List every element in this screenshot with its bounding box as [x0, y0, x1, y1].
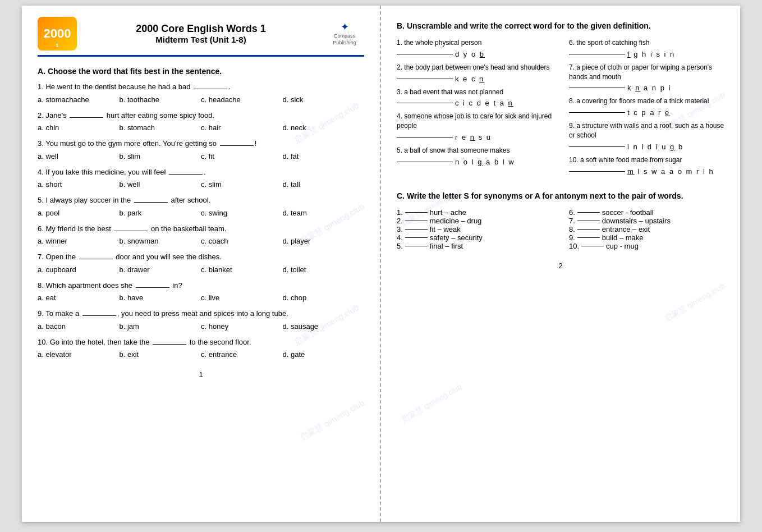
b8-underline — [569, 112, 625, 113]
question-1: 1. He went to the dentist because he had… — [38, 81, 364, 104]
q1-num: 1. He went to the dentist because he had… — [38, 82, 190, 91]
c4-pair: safety – security — [430, 233, 483, 242]
q2-opt-a: a. chin — [38, 123, 120, 132]
q10-blank — [153, 344, 186, 345]
page-num-1: 1 — [38, 370, 364, 379]
b10-underline — [569, 171, 625, 172]
b5-answer: n o l g a b l w — [397, 158, 552, 166]
question-4: 4. If you take this medicine, you will f… — [38, 167, 364, 190]
section-b-title: B. Unscramble and write the correct word… — [397, 21, 724, 30]
b1-underline — [397, 54, 453, 54]
q4-opt-c: c. slim — [201, 180, 283, 189]
b10-scrambled: m l s w a a o m r l h — [627, 167, 714, 176]
q4-options: a. short b. well c. slim d. tall — [38, 180, 364, 189]
unscramble-grid: 1. the whole physical person d y o b 2. … — [397, 38, 724, 180]
question-3: 3. You must go to the gym more often. Yo… — [38, 138, 364, 161]
q5-opt-d: d. team — [283, 208, 365, 218]
b8-scrambled: t c p a r e — [627, 108, 670, 117]
q2-opt-d: d. neck — [283, 123, 365, 132]
c2-num: 2. — [397, 217, 403, 225]
c-item-10: 10. cup - mug — [569, 242, 724, 250]
q6-opt-b: b. snowman — [120, 236, 201, 246]
q9-opt-d: d. sausage — [283, 322, 365, 331]
q5-opt-b: b. park — [120, 208, 201, 218]
q1-blank — [194, 89, 227, 89]
c9-underline — [577, 237, 600, 238]
question-9: 9. To make a , you need to press meat an… — [38, 308, 364, 331]
q9-opt-a: a. bacon — [38, 322, 120, 331]
wm-r3: 启蒙慧 qimeng.club — [663, 281, 727, 324]
compass-text: Compass Publishing — [325, 33, 364, 46]
b4-scrambled: r e n s u — [455, 133, 492, 141]
q5-options: a. pool b. park c. swing d. team — [38, 208, 364, 218]
q8-opt-a: a. eat — [38, 293, 120, 302]
c8-underline — [577, 229, 600, 230]
q1-opt-d: d. sick — [283, 95, 365, 104]
page-num-2: 2 — [397, 262, 724, 270]
question-7: 7. Open the door and you will see the di… — [38, 251, 364, 274]
b2-answer: k e c n — [397, 75, 552, 83]
q9-options: a. bacon b. jam c. honey d. sausage — [38, 322, 364, 331]
q1-opt-b: b. toothache — [120, 95, 201, 104]
c-item-8: 8. entrance – exit — [569, 225, 724, 233]
synonym-right: 6. soccer - football 7. downstairs – ups… — [569, 208, 724, 250]
b-item-1: 1. the whole physical person d y o b — [397, 38, 552, 58]
q6-opt-d: d. player — [283, 236, 365, 246]
b-item-3: 3. a bad event that was not planned c i … — [397, 88, 552, 108]
b5-scrambled: n o l g a b l w — [455, 158, 515, 166]
q8-opt-b: b. have — [120, 293, 201, 302]
test-subtitle: Midterm Test (Unit 1-8) — [77, 35, 325, 44]
question-6: 6. My friend is the best on the basketba… — [38, 223, 364, 246]
q3-opt-c: c. fit — [201, 152, 283, 161]
b-item-5: 5. a ball of snow that someone makes n o… — [397, 146, 552, 166]
c10-pair: cup - mug — [606, 242, 639, 250]
q6-opt-c: c. coach — [201, 236, 283, 246]
c1-underline — [405, 212, 428, 213]
c5-pair: final – first — [430, 242, 463, 250]
q7-opt-b: b. drawer — [120, 265, 201, 274]
compass-star-icon: ✦ — [325, 21, 364, 33]
q4-opt-b: b. well — [120, 180, 201, 189]
b-item-8: 8. a covering for floors made of a thick… — [569, 97, 724, 117]
q10-opt-c: c. entrance — [201, 350, 283, 359]
q7-options: a. cupboard b. drawer c. blanket d. toil… — [38, 265, 364, 274]
question-10: 10. Go into the hotel, then take the to … — [38, 337, 364, 360]
book-title: 2000 Core English Words 1 — [77, 23, 325, 35]
b1-answer: d y o b — [397, 50, 552, 58]
q2-options: a. chin b. stomach c. hair d. neck — [38, 123, 364, 132]
c4-num: 4. — [397, 233, 403, 242]
c-item-7: 7. downstairs – upstairs — [569, 217, 724, 225]
b5-def: 5. a ball of snow that someone makes — [397, 146, 552, 155]
c-item-3: 3. fit – weak — [397, 225, 552, 233]
q9-opt-c: c. honey — [201, 322, 283, 331]
b4-underline — [397, 137, 453, 137]
q10-options: a. elevator b. exit c. entrance d. gate — [38, 350, 364, 359]
b-item-10: 10. a soft white food made from sugar m … — [569, 155, 724, 176]
question-5: 5. I always play soccer in the after sch… — [38, 195, 364, 218]
c-item-5: 5. final – first — [397, 242, 552, 250]
b10-answer: m l s w a a o m r l h — [569, 167, 724, 176]
question-2: 2. Jane's hurt after eating some spicy f… — [38, 110, 364, 133]
question-8: 8. Which apartment does she in? a. eat b… — [38, 280, 364, 303]
c6-pair: soccer - football — [602, 208, 654, 217]
q6-blank — [114, 231, 148, 231]
c3-num: 3. — [397, 225, 403, 233]
c4-underline — [405, 237, 428, 238]
q4-blank — [169, 174, 203, 175]
c9-pair: build – make — [602, 233, 644, 242]
q3-options: a. well b. slim c. fit d. fat — [38, 152, 364, 161]
b3-underline — [397, 103, 453, 103]
c6-num: 6. — [569, 208, 575, 217]
q9-opt-b: b. jam — [120, 322, 201, 331]
c7-num: 7. — [569, 217, 575, 225]
section-c: C. Write the letter S for synonyms or A … — [397, 191, 724, 250]
q1-options: a. stomachache b. toothache c. headache … — [38, 95, 364, 104]
c8-num: 8. — [569, 225, 575, 233]
c2-pair: medicine – drug — [430, 217, 482, 225]
b9-answer: i n i d i u g b — [569, 143, 724, 151]
b7-def: 7. a piece of cloth or paper for wiping … — [569, 63, 724, 82]
q5-opt-c: c. swing — [201, 208, 283, 218]
c5-underline — [405, 246, 428, 246]
c1-num: 1. — [397, 208, 403, 217]
b8-def: 8. a covering for floors made of a thick… — [569, 97, 724, 106]
